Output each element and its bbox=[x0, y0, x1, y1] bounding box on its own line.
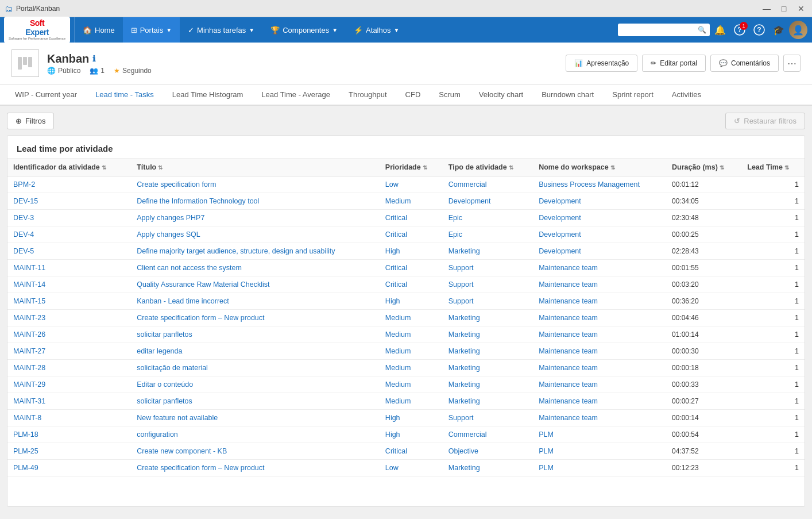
minimize-button[interactable]: — bbox=[760, 2, 773, 15]
tab-wip[interactable]: WIP - Current year bbox=[6, 84, 86, 106]
activity-type-link[interactable]: Marketing bbox=[448, 314, 480, 322]
activity-title-link[interactable]: Kanban - Lead time incorrect bbox=[137, 297, 229, 305]
apresentacao-button[interactable]: 📊 Apresentação bbox=[566, 55, 637, 72]
close-button[interactable]: ✕ bbox=[795, 2, 807, 15]
notifications-button[interactable]: 🔔 bbox=[711, 21, 729, 39]
activity-id-link[interactable]: BPM-2 bbox=[13, 180, 35, 189]
activity-title-link[interactable]: Client can not access the system bbox=[137, 264, 242, 272]
activity-type-link[interactable]: Marketing bbox=[448, 347, 480, 355]
portal-following[interactable]: ★ Seguindo bbox=[114, 67, 152, 75]
table-wrap[interactable]: Identificador da atividade⇅Título⇅Priori… bbox=[7, 159, 805, 506]
tab-burndown-chart[interactable]: Burndown chart bbox=[532, 84, 603, 106]
tab-cfd[interactable]: CFD bbox=[396, 84, 430, 106]
activity-id-link[interactable]: PLM-25 bbox=[13, 447, 38, 455]
activity-title-link[interactable]: New feature not available bbox=[137, 414, 218, 422]
question-button[interactable]: ? bbox=[750, 21, 768, 39]
activity-type-link[interactable]: Commercial bbox=[448, 180, 487, 189]
workspace-link[interactable]: Development bbox=[539, 197, 581, 205]
activity-title-link[interactable]: configuration bbox=[137, 430, 178, 439]
activity-type-link[interactable]: Marketing bbox=[448, 364, 480, 372]
more-options-button[interactable]: ⋯ bbox=[783, 55, 801, 72]
activity-title-link[interactable]: Create specification form – New product bbox=[137, 464, 264, 472]
activity-id-link[interactable]: DEV-4 bbox=[13, 230, 34, 239]
activity-title-link[interactable]: solicitação de material bbox=[137, 364, 208, 372]
col-header-duration[interactable]: Duração (ms)⇅ bbox=[666, 159, 741, 176]
activity-type-link[interactable]: Epic bbox=[448, 230, 462, 239]
workspace-link[interactable]: Maintenance team bbox=[539, 264, 598, 272]
activity-id-link[interactable]: DEV-3 bbox=[13, 214, 34, 222]
activity-title-link[interactable]: editar legenda bbox=[137, 347, 182, 355]
workspace-link[interactable]: PLM bbox=[539, 464, 554, 472]
portal-info-icon[interactable]: ℹ bbox=[92, 54, 95, 63]
activity-type-link[interactable]: Marketing bbox=[448, 380, 480, 389]
activity-title-link[interactable]: Create new component - KB bbox=[137, 447, 227, 455]
workspace-link[interactable]: PLM bbox=[539, 430, 554, 439]
activity-title-link[interactable]: Quality Assurance Raw Material Checklist bbox=[137, 280, 269, 289]
activity-type-link[interactable]: Support bbox=[448, 280, 474, 289]
activity-id-link[interactable]: MAINT-14 bbox=[13, 280, 45, 289]
workspace-link[interactable]: Maintenance team bbox=[539, 314, 598, 322]
activity-type-link[interactable]: Epic bbox=[448, 214, 462, 222]
workspace-link[interactable]: Maintenance team bbox=[539, 364, 598, 372]
activity-title-link[interactable]: Define majority target audience, structu… bbox=[137, 247, 335, 255]
graduation-button[interactable]: 🎓 bbox=[770, 21, 788, 39]
activity-id-link[interactable]: PLM-49 bbox=[13, 464, 38, 472]
comentarios-button[interactable]: 💬 Comentários bbox=[710, 55, 779, 72]
nav-minhas-tarefas[interactable]: ✓ Minhas tarefas ▼ bbox=[180, 17, 262, 43]
col-header-id[interactable]: Identificador da atividade⇅ bbox=[7, 159, 131, 176]
tab-lead-time-histogram[interactable]: Lead Time Histogram bbox=[163, 84, 253, 106]
workspace-link[interactable]: Development bbox=[539, 214, 581, 222]
workspace-link[interactable]: Maintenance team bbox=[539, 297, 598, 305]
activity-type-link[interactable]: Support bbox=[448, 264, 474, 272]
col-header-type[interactable]: Tipo de atividade⇅ bbox=[443, 159, 533, 176]
help-button[interactable]: ? 1 bbox=[730, 21, 749, 39]
activity-id-link[interactable]: PLM-18 bbox=[13, 430, 38, 439]
activity-type-link[interactable]: Commercial bbox=[448, 430, 487, 439]
workspace-link[interactable]: Maintenance team bbox=[539, 414, 598, 422]
tab-throughput[interactable]: Throughput bbox=[339, 84, 396, 106]
activity-type-link[interactable]: Marketing bbox=[448, 247, 480, 255]
tab-lead-time-average[interactable]: Lead Time - Average bbox=[252, 84, 339, 106]
user-avatar[interactable]: 👤 bbox=[789, 21, 807, 39]
search-input[interactable] bbox=[618, 24, 710, 36]
activity-id-link[interactable]: MAINT-8 bbox=[13, 414, 41, 422]
activity-title-link[interactable]: Editar o conteúdo bbox=[137, 380, 193, 389]
workspace-link[interactable]: Business Process Management bbox=[539, 180, 640, 189]
filtros-button[interactable]: ⊕ Filtros bbox=[7, 113, 54, 129]
workspace-link[interactable]: Maintenance team bbox=[539, 397, 598, 405]
activity-id-link[interactable]: MAINT-23 bbox=[13, 314, 45, 322]
activity-id-link[interactable]: MAINT-11 bbox=[13, 264, 45, 272]
workspace-link[interactable]: Maintenance team bbox=[539, 380, 598, 389]
workspace-link[interactable]: PLM bbox=[539, 447, 554, 455]
col-header-priority[interactable]: Prioridade⇅ bbox=[380, 159, 443, 176]
activity-type-link[interactable]: Support bbox=[448, 414, 474, 422]
workspace-link[interactable]: Development bbox=[539, 247, 581, 255]
nav-home[interactable]: 🏠 Home bbox=[75, 17, 123, 43]
activity-type-link[interactable]: Support bbox=[448, 297, 474, 305]
activity-id-link[interactable]: MAINT-26 bbox=[13, 330, 45, 339]
tab-lead-time-tasks[interactable]: Lead time - Tasks bbox=[86, 84, 163, 106]
nav-portais[interactable]: ⊞ Portais ▼ bbox=[123, 17, 180, 43]
activity-title-link[interactable]: Create specification form – New product bbox=[137, 314, 264, 322]
col-header-title[interactable]: Título⇅ bbox=[131, 159, 380, 176]
activity-id-link[interactable]: MAINT-28 bbox=[13, 364, 45, 372]
activity-title-link[interactable]: solicitar panfletos bbox=[137, 330, 192, 339]
activity-type-link[interactable]: Marketing bbox=[448, 464, 480, 472]
maximize-button[interactable]: □ bbox=[778, 2, 790, 15]
activity-id-link[interactable]: DEV-15 bbox=[13, 197, 38, 205]
tab-scrum[interactable]: Scrum bbox=[430, 84, 470, 106]
workspace-link[interactable]: Maintenance team bbox=[539, 280, 598, 289]
activity-title-link[interactable]: Define the Information Technology tool bbox=[137, 197, 259, 205]
activity-type-link[interactable]: Development bbox=[448, 197, 491, 205]
restaurar-button[interactable]: ↺ Restaurar filtros bbox=[725, 113, 805, 129]
tab-velocity-chart[interactable]: Velocity chart bbox=[470, 84, 532, 106]
activity-id-link[interactable]: MAINT-29 bbox=[13, 380, 45, 389]
activity-id-link[interactable]: DEV-5 bbox=[13, 247, 34, 255]
tab-sprint-report[interactable]: Sprint report bbox=[603, 84, 663, 106]
workspace-link[interactable]: Development bbox=[539, 230, 581, 239]
workspace-link[interactable]: Maintenance team bbox=[539, 330, 598, 339]
activity-title-link[interactable]: Create specification form bbox=[137, 180, 216, 189]
col-header-workspace[interactable]: Nome do workspace⇅ bbox=[533, 159, 666, 176]
nav-componentes[interactable]: 🏆 Componentes ▼ bbox=[262, 17, 346, 43]
activity-type-link[interactable]: Objective bbox=[448, 447, 478, 455]
